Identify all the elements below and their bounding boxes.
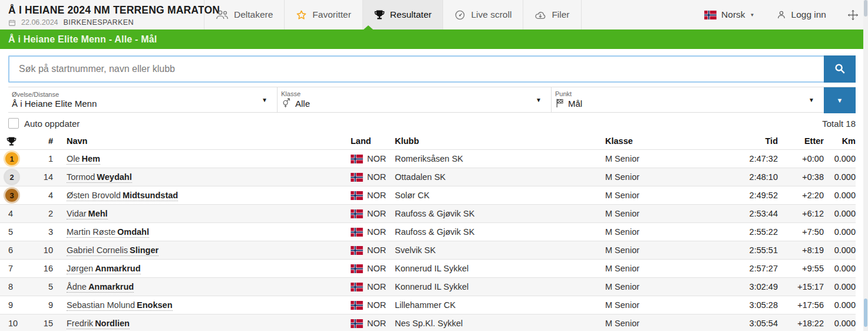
scrollbar-thumb-bottom[interactable] <box>864 299 867 327</box>
bib-number: 5 <box>26 282 53 291</box>
norway-flag-icon <box>351 173 363 182</box>
search-input[interactable] <box>8 55 824 83</box>
country-code: NOR <box>367 300 386 310</box>
table-row[interactable]: 9 9 Sebastian MolundEnoksen NOR Lilleham… <box>0 296 856 314</box>
col-name[interactable]: Navn <box>53 136 351 146</box>
col-country[interactable]: Land <box>351 136 395 146</box>
filter-punkt[interactable]: Punkt Mål ▼ <box>551 87 824 112</box>
time-behind: +18:22 <box>778 319 824 328</box>
club-name: Konnerud IL Sykkel <box>395 264 605 273</box>
tab-deltakere[interactable]: Deltakere <box>204 0 284 30</box>
rank-badge: 9 <box>8 300 13 310</box>
tab-label: Deltakere <box>234 9 273 20</box>
auto-update-checkbox[interactable] <box>8 118 19 129</box>
athlete-name[interactable]: Martin RøsteOmdahl <box>53 227 351 237</box>
trophy-icon <box>0 136 26 146</box>
finish-time: 3:05:54 <box>725 319 778 328</box>
people-icon <box>216 10 229 19</box>
col-class[interactable]: Klasse <box>605 136 725 146</box>
bib-number: 9 <box>26 300 53 310</box>
table-row[interactable]: 10 15 FredrikNordlien NOR Nes Sp.Kl. Syk… <box>0 314 856 331</box>
table-row[interactable]: 6 10 Gabriel CornelisSlinger NOR Svelvik… <box>0 241 856 259</box>
finish-time: 2:47:32 <box>725 154 778 163</box>
table-row[interactable]: 2 14 TormodWeydahl NOR Ottadalen SK M Se… <box>0 168 856 186</box>
filter-klasse[interactable]: Klasse Alle ▼ <box>277 87 551 112</box>
athlete-name[interactable]: Sebastian MolundEnoksen <box>53 300 351 310</box>
expand-filters-button[interactable]: ▼ <box>824 87 856 113</box>
tab-resultater[interactable]: Resultater <box>362 0 443 30</box>
context-title: Å i Heiane Elite Menn - Alle - Mål <box>8 34 157 45</box>
table-row[interactable]: 3 4 Østen BrovoldMidtsundstad NOR Solør … <box>0 186 856 204</box>
country-code: NOR <box>367 154 386 163</box>
cloud-download-icon <box>534 10 546 20</box>
language-label: Norsk <box>721 9 745 20</box>
norway-flag-icon <box>351 264 363 273</box>
norway-flag-icon <box>351 319 363 328</box>
bib-number: 15 <box>26 319 53 328</box>
athlete-name[interactable]: Østen BrovoldMidtsundstad <box>53 191 351 200</box>
athlete-name[interactable]: TormodWeydahl <box>53 172 351 182</box>
col-km[interactable]: Km <box>824 136 856 146</box>
club-name: Konnerud IL Sykkel <box>395 282 605 291</box>
athlete-name[interactable]: FredrikNordlien <box>53 319 351 328</box>
norway-flag-icon <box>351 155 363 163</box>
bib-number: 1 <box>26 154 53 163</box>
scrollbar-thumb-top[interactable] <box>864 0 867 17</box>
vertical-scrollbar[interactable] <box>863 0 868 331</box>
trophy-icon <box>374 9 385 20</box>
login-button[interactable]: Logg inn <box>776 9 826 20</box>
filter-øvelse-distanse[interactable]: Øvelse/Distanse Å i Heiane Elite Menn ▼ <box>8 87 277 112</box>
km-value: 0.000 <box>824 264 856 273</box>
athlete-name[interactable]: Gabriel CornelisSlinger <box>53 245 351 255</box>
chevron-down-icon: ▼ <box>750 12 755 18</box>
event-venue: BIRKENESPARKEN <box>64 18 134 27</box>
finish-time: 3:05:28 <box>725 300 778 310</box>
time-behind: +8:19 <box>778 245 824 255</box>
top-header: Å I HEIANE 2024 NM TERRENG MARATON 22.06… <box>0 0 868 30</box>
norway-flag-icon <box>351 246 363 255</box>
active-tab-notch <box>364 25 373 30</box>
chevron-down-icon: ▼ <box>262 97 268 103</box>
table-row[interactable]: 8 5 ÅdneAnmarkrud NOR Konnerud IL Sykkel… <box>0 277 856 296</box>
time-behind: +7:50 <box>778 227 824 237</box>
col-time[interactable]: Tid <box>725 136 778 146</box>
search-icon <box>833 62 846 77</box>
class-name: M Senior <box>605 300 725 310</box>
athlete-name[interactable]: ÅdneAnmarkrud <box>53 282 351 291</box>
total-count: Totalt 18 <box>822 119 856 129</box>
search-button[interactable] <box>824 55 856 83</box>
col-behind[interactable]: Etter <box>778 136 824 146</box>
tab-favoritter[interactable]: Favoritter <box>284 0 362 30</box>
athlete-name[interactable]: OleHem <box>53 154 351 163</box>
move-icon[interactable] <box>847 9 859 21</box>
country-cell: NOR <box>351 300 395 310</box>
rank-badge: 2 <box>5 171 18 183</box>
col-bib[interactable]: # <box>26 136 53 146</box>
athlete-name[interactable]: JørgenAnmarkrud <box>53 264 351 273</box>
km-value: 0.000 <box>824 191 856 200</box>
bib-number: 3 <box>26 227 53 237</box>
language-selector[interactable]: Norsk ▼ <box>704 9 754 20</box>
km-value: 0.000 <box>824 227 856 237</box>
table-row[interactable]: 1 1 OleHem NOR Romeriksåsen SK M Senior … <box>0 149 856 168</box>
athlete-name[interactable]: VidarMehl <box>53 209 351 218</box>
col-club[interactable]: Klubb <box>395 136 605 146</box>
login-label: Logg inn <box>791 9 826 20</box>
time-behind: +15:17 <box>778 282 824 291</box>
time-behind: +17:56 <box>778 300 824 310</box>
km-value: 0.000 <box>824 209 856 218</box>
rank-badge: 4 <box>8 209 13 218</box>
club-name: Romeriksåsen SK <box>395 154 605 163</box>
table-row[interactable]: 5 3 Martin RøsteOmdahl NOR Raufoss & Gjø… <box>0 222 856 241</box>
class-name: M Senior <box>605 191 725 200</box>
tab-filer[interactable]: Filer <box>523 0 581 30</box>
norway-flag-icon <box>704 11 717 19</box>
bib-number: 4 <box>26 191 53 200</box>
tab-live-scroll[interactable]: Live scroll <box>443 0 523 30</box>
time-behind: +0:00 <box>778 154 824 163</box>
table-row[interactable]: 7 16 JørgenAnmarkrud NOR Konnerud IL Syk… <box>0 259 856 277</box>
club-name: Lillehammer CK <box>395 300 605 310</box>
table-row[interactable]: 4 2 VidarMehl NOR Raufoss & Gjøvik SK M … <box>0 204 856 222</box>
tab-label: Filer <box>552 9 569 20</box>
finish-time: 2:57:27 <box>725 264 778 273</box>
